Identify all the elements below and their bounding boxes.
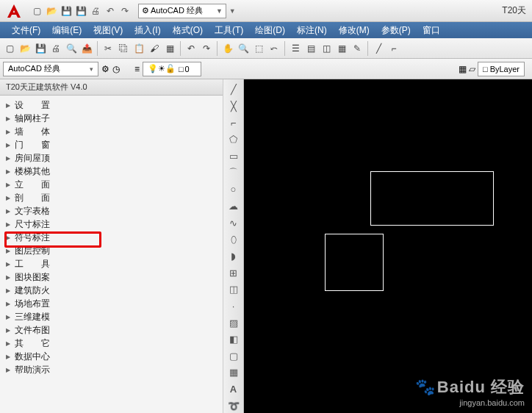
workspace-selector[interactable]: ⚙ AutoCAD 经典 ▼ (138, 4, 226, 18)
tree-item[interactable]: ▶其 它 (0, 337, 223, 350)
menu-tools[interactable]: 工具(T) (209, 24, 249, 37)
line-icon[interactable]: ╱ (372, 42, 385, 55)
text-icon[interactable]: A (226, 382, 241, 397)
hatch-icon[interactable]: ▨ (226, 315, 241, 330)
ellipse-arc-icon[interactable]: ◗ (226, 249, 241, 264)
tree-item[interactable]: ▶立 面 (0, 178, 223, 191)
block-icon[interactable]: ◫ (226, 282, 241, 297)
menu-insert[interactable]: 插入(I) (129, 24, 166, 37)
new-icon[interactable]: ▢ (31, 5, 43, 17)
save-icon[interactable]: 💾 (34, 42, 47, 55)
rect-icon[interactable]: ▭ (226, 149, 241, 164)
paste-icon[interactable]: 📋 (132, 42, 145, 55)
tree-item[interactable]: ▶数据中心 (0, 350, 223, 363)
tree-item[interactable]: ▶符号标注 (0, 231, 223, 244)
match-icon[interactable]: 🖌 (148, 42, 161, 55)
gradient-icon[interactable]: ◧ (226, 332, 241, 347)
tree-item-label: 数据中心 (15, 351, 50, 363)
tree-item[interactable]: ▶设 置 (0, 98, 223, 112)
menu-view[interactable]: 视图(V) (87, 24, 129, 37)
tree-item[interactable]: ▶建筑防火 (0, 284, 223, 297)
new-icon[interactable]: ▢ (3, 42, 16, 55)
sheet-icon[interactable]: ▤ (304, 42, 317, 55)
open-icon[interactable]: 📂 (18, 42, 32, 55)
revcloud-icon[interactable]: ☁ (226, 199, 241, 214)
menu-modify[interactable]: 修改(M) (333, 24, 375, 37)
menu-file[interactable]: 文件(F) (6, 24, 46, 37)
spline-icon[interactable]: ∿ (226, 215, 241, 230)
region-icon[interactable]: ▢ (226, 349, 241, 364)
color-icon[interactable]: ▦ (459, 64, 467, 74)
insert-icon[interactable]: ⊞ (226, 265, 241, 280)
polygon-icon[interactable]: ⬠ (226, 132, 241, 147)
tool-palette-icon[interactable]: ◫ (320, 42, 333, 55)
undo-icon[interactable]: ↶ (184, 42, 198, 55)
menu-dimension[interactable]: 标注(N) (291, 24, 333, 37)
menu-window[interactable]: 窗口 (417, 24, 446, 37)
xline-icon[interactable]: ╳ (226, 99, 241, 114)
undo-icon[interactable]: ↶ (104, 5, 116, 17)
saveas-icon[interactable]: 💾 (75, 5, 87, 17)
tree-item[interactable]: ▶图层控制 (0, 244, 223, 257)
tree-item-label: 房间屋顶 (15, 152, 50, 165)
properties-icon[interactable]: ☰ (289, 42, 302, 55)
menu-format[interactable]: 格式(O) (167, 24, 209, 37)
workspace-combo[interactable]: AutoCAD 经典 ▾ (3, 62, 98, 76)
ellipse-icon[interactable]: ⬯ (226, 232, 241, 247)
table-icon[interactable]: ▦ (226, 365, 241, 380)
tree-item[interactable]: ▶工 具 (0, 257, 223, 270)
point-icon[interactable]: · (226, 299, 241, 314)
pline-icon[interactable]: ⌐ (226, 115, 241, 130)
redo-icon[interactable]: ↷ (200, 42, 213, 55)
copy-icon[interactable]: ⿻ (117, 42, 130, 55)
publish-icon[interactable]: 📤 (80, 42, 93, 55)
helix-icon[interactable]: ➰ (226, 398, 241, 413)
cut-icon[interactable]: ✂ (101, 42, 115, 55)
preview-icon[interactable]: 🔍 (65, 42, 78, 55)
layer-icon[interactable]: ▱ (469, 64, 475, 74)
tree-item[interactable]: ▶楼梯其他 (0, 165, 223, 178)
zoom-prev-icon[interactable]: ⤺ (267, 42, 281, 55)
calc-icon[interactable]: ▦ (335, 42, 348, 55)
menu-edit[interactable]: 编辑(E) (46, 24, 87, 37)
tree-item[interactable]: ▶场地布置 (0, 297, 223, 310)
arc-icon[interactable]: ⌒ (226, 165, 241, 180)
tree-item[interactable]: ▶轴网柱子 (0, 112, 223, 125)
save-icon[interactable]: 💾 (60, 5, 72, 17)
tree-item[interactable]: ▶尺寸标注 (0, 218, 223, 231)
drawing-canvas[interactable]: 🐾Baidu 经验 jingyan.baidu.com (244, 79, 532, 413)
menu-draw[interactable]: 绘图(D) (249, 24, 291, 37)
layer-props-icon[interactable]: ≡ (134, 64, 140, 74)
tree-item[interactable]: ▶剖 面 (0, 191, 223, 204)
redo-icon[interactable]: ↷ (119, 5, 131, 17)
qat-dropdown[interactable]: ▼ (229, 7, 236, 15)
gear-icon[interactable]: ⚙ (101, 64, 109, 74)
pline-icon[interactable]: ⌐ (387, 42, 400, 55)
layer-combo[interactable]: 💡 ☀ 🔓 □ 0 (143, 62, 201, 76)
tree-item[interactable]: ▶文字表格 (0, 204, 223, 218)
menu-parametric[interactable]: 参数(P) (375, 24, 417, 37)
print-icon[interactable]: 🖨 (90, 5, 101, 17)
tree-item-label: 符号标注 (15, 231, 50, 244)
color-combo[interactable]: □ ByLayer (478, 62, 525, 76)
tree-item[interactable]: ▶帮助演示 (0, 363, 223, 376)
tree-item[interactable]: ▶墙 体 (0, 125, 223, 138)
block-icon[interactable]: ▦ (163, 42, 176, 55)
tree-item[interactable]: ▶图块图案 (0, 270, 223, 284)
zoom-icon[interactable]: 🔍 (237, 42, 250, 55)
circle-icon[interactable]: ○ (226, 182, 241, 197)
print-icon[interactable]: 🖨 (49, 42, 62, 55)
tree-item[interactable]: ▶三维建模 (0, 310, 223, 323)
triangle-icon: ▶ (6, 182, 10, 188)
workspace-save-icon[interactable]: ◷ (112, 64, 120, 74)
tree-item[interactable]: ▶房间屋顶 (0, 151, 223, 165)
zoom-window-icon[interactable]: ⬚ (252, 42, 265, 55)
line-icon[interactable]: ╱ (226, 82, 241, 97)
markup-icon[interactable]: ✎ (351, 42, 364, 55)
tree-item[interactable]: ▶门 窗 (0, 138, 223, 151)
open-icon[interactable]: 📂 (46, 5, 57, 17)
tree-item[interactable]: ▶文件布图 (0, 323, 223, 337)
triangle-icon: ▶ (6, 353, 10, 360)
pan-icon[interactable]: ✋ (221, 42, 234, 55)
tree-item-label: 设 置 (15, 99, 50, 112)
